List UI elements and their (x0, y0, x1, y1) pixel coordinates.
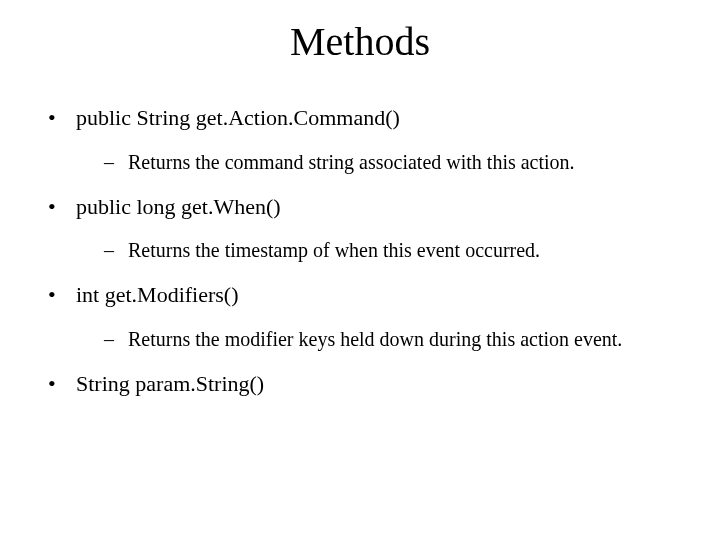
sub-list: Returns the modifier keys held down duri… (76, 324, 692, 355)
list-item: public String get.Action.Command() Retur… (48, 103, 692, 178)
sub-list: Returns the command string associated wi… (76, 147, 692, 178)
list-item-text: int get.Modifiers() (76, 282, 239, 307)
sub-list-item: Returns the modifier keys held down duri… (104, 324, 692, 355)
list-item: String param.String() (48, 369, 692, 399)
sub-list-item-text: Returns the command string associated wi… (128, 151, 575, 173)
bullet-list: public String get.Action.Command() Retur… (0, 103, 720, 399)
list-item-text: public long get.When() (76, 194, 281, 219)
sub-list-item-text: Returns the timestamp of when this event… (128, 239, 540, 261)
list-item-text: String param.String() (76, 371, 264, 396)
list-item: public long get.When() Returns the times… (48, 192, 692, 267)
list-item: int get.Modifiers() Returns the modifier… (48, 280, 692, 355)
sub-list-item-text: Returns the modifier keys held down duri… (128, 328, 622, 350)
slide-title: Methods (0, 18, 720, 65)
sub-list-item: Returns the command string associated wi… (104, 147, 692, 178)
slide: Methods public String get.Action.Command… (0, 18, 720, 540)
sub-list-item: Returns the timestamp of when this event… (104, 235, 692, 266)
list-item-text: public String get.Action.Command() (76, 105, 400, 130)
sub-list: Returns the timestamp of when this event… (76, 235, 692, 266)
